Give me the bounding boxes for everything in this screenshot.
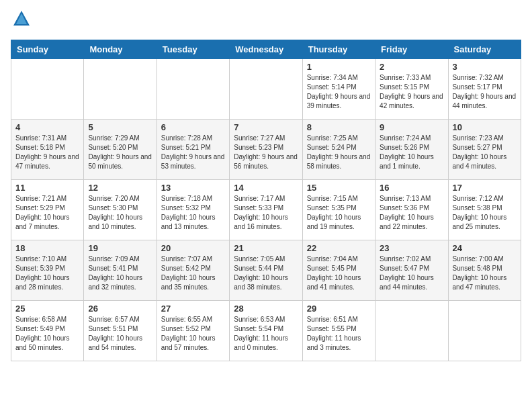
day-number: 18 xyxy=(15,243,79,253)
calendar-table: SundayMondayTuesdayWednesdayThursdayFrid… xyxy=(11,40,521,361)
day-info: Sunrise: 6:53 AM Sunset: 5:54 PM Dayligh… xyxy=(234,315,298,353)
day-info: Sunrise: 6:57 AM Sunset: 5:51 PM Dayligh… xyxy=(88,315,152,353)
day-info: Sunrise: 7:24 AM Sunset: 5:26 PM Dayligh… xyxy=(380,134,443,171)
day-number: 16 xyxy=(380,183,443,193)
calendar-cell: 12Sunrise: 7:20 AM Sunset: 5:30 PM Dayli… xyxy=(84,180,157,240)
calendar-cell: 13Sunrise: 7:18 AM Sunset: 5:32 PM Dayli… xyxy=(157,180,229,240)
header-wednesday: Wednesday xyxy=(230,40,302,59)
day-number: 28 xyxy=(234,304,298,314)
calendar-cell: 18Sunrise: 7:10 AM Sunset: 5:39 PM Dayli… xyxy=(11,240,84,301)
day-number: 29 xyxy=(307,304,371,314)
calendar-cell: 29Sunrise: 6:51 AM Sunset: 5:55 PM Dayli… xyxy=(302,301,375,361)
day-info: Sunrise: 7:28 AM Sunset: 5:21 PM Dayligh… xyxy=(161,134,225,171)
calendar-cell: 3Sunrise: 7:32 AM Sunset: 5:17 PM Daylig… xyxy=(448,59,521,120)
day-info: Sunrise: 7:31 AM Sunset: 5:18 PM Dayligh… xyxy=(15,134,79,171)
day-number: 3 xyxy=(453,62,517,72)
day-number: 12 xyxy=(88,183,152,193)
calendar-cell xyxy=(157,59,229,120)
day-number: 9 xyxy=(380,122,443,132)
day-info: Sunrise: 7:34 AM Sunset: 5:14 PM Dayligh… xyxy=(307,73,371,111)
day-info: Sunrise: 7:25 AM Sunset: 5:24 PM Dayligh… xyxy=(307,134,371,171)
day-number: 11 xyxy=(15,183,79,193)
day-number: 25 xyxy=(15,304,79,314)
calendar-cell xyxy=(375,301,448,361)
day-number: 1 xyxy=(307,62,371,72)
day-number: 20 xyxy=(161,243,225,253)
calendar-cell xyxy=(11,59,84,120)
day-number: 26 xyxy=(88,304,152,314)
day-info: Sunrise: 7:23 AM Sunset: 5:27 PM Dayligh… xyxy=(453,134,517,171)
day-number: 22 xyxy=(307,243,371,253)
logo-icon xyxy=(12,9,31,28)
day-info: Sunrise: 7:10 AM Sunset: 5:39 PM Dayligh… xyxy=(15,255,79,292)
calendar-cell xyxy=(230,59,302,120)
calendar-cell: 20Sunrise: 7:07 AM Sunset: 5:42 PM Dayli… xyxy=(157,240,229,301)
day-info: Sunrise: 7:12 AM Sunset: 5:38 PM Dayligh… xyxy=(453,194,517,232)
calendar-body: 1Sunrise: 7:34 AM Sunset: 5:14 PM Daylig… xyxy=(11,59,521,361)
header-thursday: Thursday xyxy=(302,40,375,59)
day-number: 21 xyxy=(234,243,298,253)
day-info: Sunrise: 7:05 AM Sunset: 5:44 PM Dayligh… xyxy=(234,255,298,292)
calendar-cell: 9Sunrise: 7:24 AM Sunset: 5:26 PM Daylig… xyxy=(375,120,448,180)
header-friday: Friday xyxy=(375,40,448,59)
calendar-cell: 25Sunrise: 6:58 AM Sunset: 5:49 PM Dayli… xyxy=(11,301,84,361)
calendar-cell: 28Sunrise: 6:53 AM Sunset: 5:54 PM Dayli… xyxy=(230,301,302,361)
calendar-cell: 10Sunrise: 7:23 AM Sunset: 5:27 PM Dayli… xyxy=(448,120,521,180)
day-info: Sunrise: 7:15 AM Sunset: 5:35 PM Dayligh… xyxy=(307,194,371,232)
calendar-cell: 27Sunrise: 6:55 AM Sunset: 5:52 PM Dayli… xyxy=(157,301,229,361)
day-info: Sunrise: 7:33 AM Sunset: 5:15 PM Dayligh… xyxy=(380,73,443,111)
week-row-2: 11Sunrise: 7:21 AM Sunset: 5:29 PM Dayli… xyxy=(11,180,521,240)
week-row-1: 4Sunrise: 7:31 AM Sunset: 5:18 PM Daylig… xyxy=(11,120,521,180)
day-number: 15 xyxy=(307,183,371,193)
day-number: 5 xyxy=(88,122,152,132)
day-info: Sunrise: 7:20 AM Sunset: 5:30 PM Dayligh… xyxy=(88,194,152,232)
calendar-cell: 7Sunrise: 7:27 AM Sunset: 5:23 PM Daylig… xyxy=(230,120,302,180)
day-info: Sunrise: 7:29 AM Sunset: 5:20 PM Dayligh… xyxy=(88,134,152,171)
calendar-cell: 14Sunrise: 7:17 AM Sunset: 5:33 PM Dayli… xyxy=(230,180,302,240)
day-info: Sunrise: 7:17 AM Sunset: 5:33 PM Dayligh… xyxy=(234,194,298,232)
day-info: Sunrise: 6:58 AM Sunset: 5:49 PM Dayligh… xyxy=(15,315,79,353)
calendar-cell: 4Sunrise: 7:31 AM Sunset: 5:18 PM Daylig… xyxy=(11,120,84,180)
calendar-cell: 8Sunrise: 7:25 AM Sunset: 5:24 PM Daylig… xyxy=(302,120,375,180)
day-number: 8 xyxy=(307,122,371,132)
day-number: 14 xyxy=(234,183,298,193)
day-number: 27 xyxy=(161,304,225,314)
day-number: 4 xyxy=(15,122,79,132)
header-monday: Monday xyxy=(84,40,157,59)
header-row: SundayMondayTuesdayWednesdayThursdayFrid… xyxy=(11,40,521,59)
day-info: Sunrise: 7:09 AM Sunset: 5:41 PM Dayligh… xyxy=(88,255,152,292)
calendar-cell: 1Sunrise: 7:34 AM Sunset: 5:14 PM Daylig… xyxy=(302,59,375,120)
day-info: Sunrise: 7:21 AM Sunset: 5:29 PM Dayligh… xyxy=(15,194,79,232)
day-number: 13 xyxy=(161,183,225,193)
day-info: Sunrise: 7:18 AM Sunset: 5:32 PM Dayligh… xyxy=(161,194,225,232)
week-row-4: 25Sunrise: 6:58 AM Sunset: 5:49 PM Dayli… xyxy=(11,301,521,361)
calendar-cell: 17Sunrise: 7:12 AM Sunset: 5:38 PM Dayli… xyxy=(448,180,521,240)
page-header xyxy=(11,11,521,32)
day-number: 10 xyxy=(453,122,517,132)
calendar-cell: 19Sunrise: 7:09 AM Sunset: 5:41 PM Dayli… xyxy=(84,240,157,301)
calendar-cell: 6Sunrise: 7:28 AM Sunset: 5:21 PM Daylig… xyxy=(157,120,229,180)
week-row-0: 1Sunrise: 7:34 AM Sunset: 5:14 PM Daylig… xyxy=(11,59,521,120)
header-saturday: Saturday xyxy=(448,40,521,59)
day-info: Sunrise: 6:51 AM Sunset: 5:55 PM Dayligh… xyxy=(307,315,371,353)
calendar-cell: 16Sunrise: 7:13 AM Sunset: 5:36 PM Dayli… xyxy=(375,180,448,240)
logo xyxy=(11,11,31,32)
day-number: 17 xyxy=(453,183,517,193)
logo-text xyxy=(11,11,31,32)
calendar-cell: 5Sunrise: 7:29 AM Sunset: 5:20 PM Daylig… xyxy=(84,120,157,180)
day-info: Sunrise: 7:07 AM Sunset: 5:42 PM Dayligh… xyxy=(161,255,225,292)
day-info: Sunrise: 7:02 AM Sunset: 5:47 PM Dayligh… xyxy=(380,255,443,292)
calendar-cell xyxy=(84,59,157,120)
calendar-cell: 21Sunrise: 7:05 AM Sunset: 5:44 PM Dayli… xyxy=(230,240,302,301)
header-tuesday: Tuesday xyxy=(157,40,229,59)
calendar-cell xyxy=(448,301,521,361)
day-info: Sunrise: 7:00 AM Sunset: 5:48 PM Dayligh… xyxy=(453,255,517,292)
week-row-3: 18Sunrise: 7:10 AM Sunset: 5:39 PM Dayli… xyxy=(11,240,521,301)
calendar-header: SundayMondayTuesdayWednesdayThursdayFrid… xyxy=(11,40,521,59)
calendar-cell: 15Sunrise: 7:15 AM Sunset: 5:35 PM Dayli… xyxy=(302,180,375,240)
day-number: 24 xyxy=(453,243,517,253)
header-sunday: Sunday xyxy=(11,40,84,59)
day-number: 7 xyxy=(234,122,298,132)
day-info: Sunrise: 6:55 AM Sunset: 5:52 PM Dayligh… xyxy=(161,315,225,353)
day-info: Sunrise: 7:04 AM Sunset: 5:45 PM Dayligh… xyxy=(307,255,371,292)
